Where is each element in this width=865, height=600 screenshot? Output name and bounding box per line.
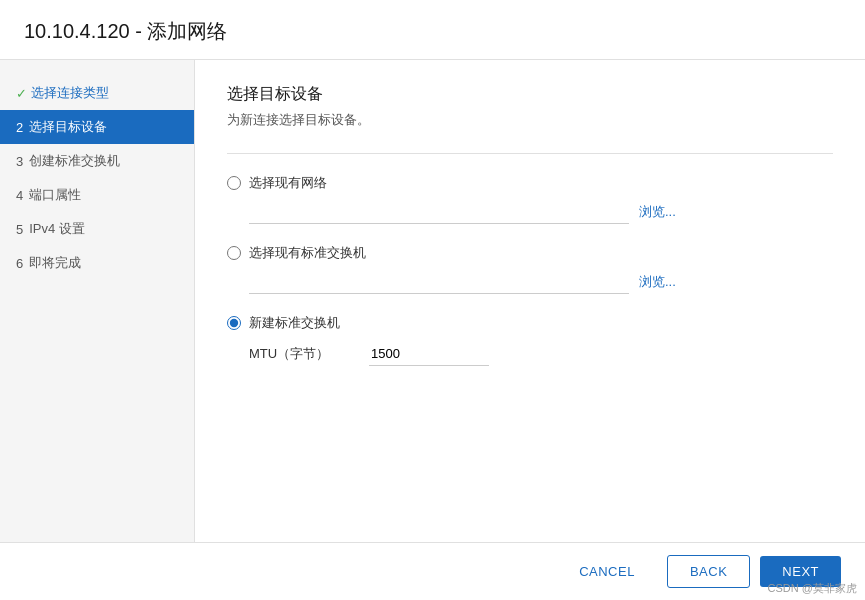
- step2-num: 2: [16, 120, 23, 135]
- radio-option-new-switch: 新建标准交换机 MTU（字节）: [227, 314, 833, 366]
- browse-row-existing-network: 浏览...: [249, 200, 833, 224]
- sidebar-step1-label: 选择连接类型: [31, 84, 109, 102]
- divider-top: [227, 153, 833, 154]
- step3-num: 3: [16, 154, 23, 169]
- radio-option-existing-switch: 选择现有标准交换机 浏览...: [227, 244, 833, 294]
- sidebar-item-step4[interactable]: 4 端口属性: [0, 178, 194, 212]
- mtu-row: MTU（字节）: [249, 342, 833, 366]
- radio-input-new-switch[interactable]: [227, 316, 241, 330]
- step5-num: 5: [16, 222, 23, 237]
- radio-label-new-switch[interactable]: 新建标准交换机: [227, 314, 833, 332]
- sidebar: ✓ 选择连接类型 2 选择目标设备 3 创建标准交换机 4 端口属性 5 IPv…: [0, 60, 195, 600]
- cancel-button[interactable]: CANCEL: [557, 556, 657, 587]
- radio-text-existing-network: 选择现有网络: [249, 174, 327, 192]
- radio-input-existing-network[interactable]: [227, 176, 241, 190]
- sidebar-step3-label: 创建标准交换机: [29, 152, 120, 170]
- mtu-label: MTU（字节）: [249, 345, 369, 363]
- footer: CANCEL BACK NEXT: [0, 542, 865, 600]
- content-area: 选择目标设备 为新连接选择目标设备。 选择现有网络 浏览... 选择现有标准交换…: [195, 60, 865, 600]
- main-layout: ✓ 选择连接类型 2 选择目标设备 3 创建标准交换机 4 端口属性 5 IPv…: [0, 60, 865, 600]
- sidebar-item-step5[interactable]: 5 IPv4 设置: [0, 212, 194, 246]
- sidebar-step4-label: 端口属性: [29, 186, 81, 204]
- check-icon-step1: ✓: [16, 86, 27, 101]
- sidebar-item-step3[interactable]: 3 创建标准交换机: [0, 144, 194, 178]
- page-title: 10.10.4.120 - 添加网络: [0, 0, 865, 60]
- radio-label-existing-network[interactable]: 选择现有网络: [227, 174, 833, 192]
- browse-row-existing-switch: 浏览...: [249, 270, 833, 294]
- step4-num: 4: [16, 188, 23, 203]
- radio-option-existing-network: 选择现有网络 浏览...: [227, 174, 833, 224]
- back-button[interactable]: BACK: [667, 555, 750, 588]
- content-title: 选择目标设备: [227, 84, 833, 105]
- watermark: CSDN @莫非家虎: [768, 581, 857, 596]
- content-subtitle: 为新连接选择目标设备。: [227, 111, 833, 129]
- radio-input-existing-switch[interactable]: [227, 246, 241, 260]
- sidebar-step5-label: IPv4 设置: [29, 220, 85, 238]
- sidebar-item-step1[interactable]: ✓ 选择连接类型: [0, 76, 194, 110]
- sidebar-step2-label: 选择目标设备: [29, 118, 107, 136]
- browse-link-existing-switch[interactable]: 浏览...: [639, 273, 676, 291]
- existing-network-input[interactable]: [249, 200, 629, 224]
- browse-link-existing-network[interactable]: 浏览...: [639, 203, 676, 221]
- radio-text-existing-switch: 选择现有标准交换机: [249, 244, 366, 262]
- existing-switch-input[interactable]: [249, 270, 629, 294]
- sidebar-item-step2[interactable]: 2 选择目标设备: [0, 110, 194, 144]
- sidebar-step6-label: 即将完成: [29, 254, 81, 272]
- radio-label-existing-switch[interactable]: 选择现有标准交换机: [227, 244, 833, 262]
- radio-text-new-switch: 新建标准交换机: [249, 314, 340, 332]
- step6-num: 6: [16, 256, 23, 271]
- mtu-input[interactable]: [369, 342, 489, 366]
- sidebar-item-step6[interactable]: 6 即将完成: [0, 246, 194, 280]
